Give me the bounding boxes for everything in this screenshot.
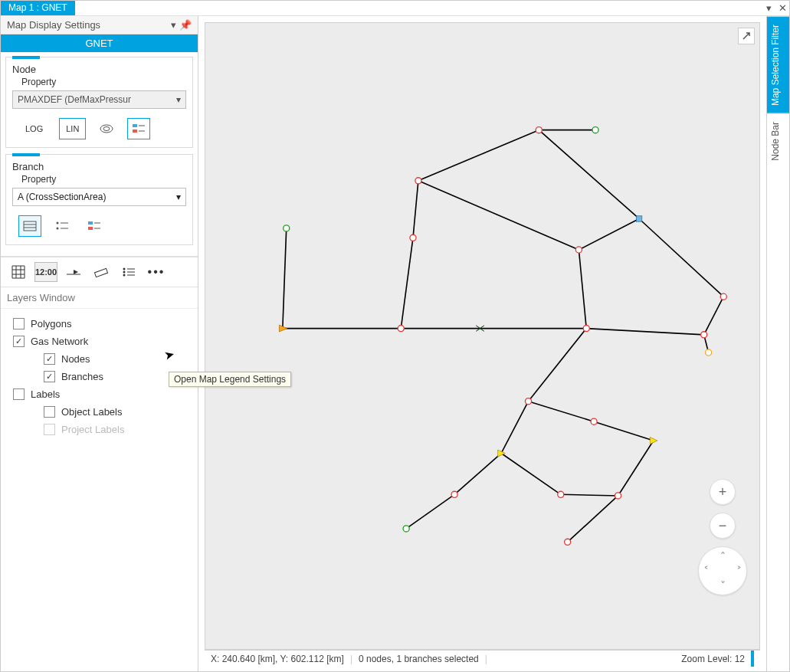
map-canvas[interactable]: + − ˄ ˅ ˂ ˃ — [205, 22, 760, 650]
tab-map-selection-filter[interactable]: Map Selection Filter — [767, 16, 789, 113]
svg-point-10 — [57, 228, 59, 230]
svg-line-27 — [418, 130, 539, 181]
svg-rect-14 — [88, 227, 93, 230]
branch-style-1-icon[interactable] — [18, 215, 41, 237]
list-icon[interactable] — [117, 262, 140, 282]
svg-point-53 — [592, 127, 598, 133]
svg-point-74 — [565, 539, 571, 545]
chevron-down-icon: ▾ — [176, 192, 181, 202]
svg-rect-3 — [133, 129, 137, 133]
more-options-icon[interactable]: ••• — [145, 262, 168, 282]
svg-point-72 — [615, 493, 621, 499]
network-name-bar[interactable]: GNET — [1, 34, 198, 52]
branch-property-select[interactable]: A (CrossSectionArea) ▾ — [12, 188, 186, 206]
zoom-in-button[interactable]: + — [710, 479, 736, 505]
layer-label: Gas Network — [31, 336, 88, 347]
layers-window: Polygons✓Gas Network✓Nodes✓BranchesLabel… — [1, 309, 198, 444]
svg-point-9 — [57, 222, 59, 225]
zoom-out-button[interactable]: − — [710, 513, 736, 539]
branch-property-value: A (CrossSectionArea) — [18, 192, 106, 202]
layer-row[interactable]: ✓Nodes — [7, 350, 192, 368]
branch-style-2-icon[interactable] — [51, 215, 74, 237]
svg-line-47 — [501, 454, 561, 495]
svg-point-52 — [536, 127, 542, 133]
checkbox[interactable] — [13, 318, 25, 329]
layer-row[interactable]: Polygons — [7, 315, 192, 333]
layers-window-header: Layers Window — [1, 287, 198, 309]
checkbox[interactable] — [44, 406, 55, 418]
network-graph — [205, 23, 759, 649]
pan-left-icon[interactable]: ˂ — [703, 565, 709, 577]
svg-point-73 — [403, 526, 409, 532]
svg-line-29 — [413, 181, 418, 238]
pan-right-icon[interactable]: ˃ — [736, 565, 742, 577]
contour-icon[interactable] — [95, 118, 118, 139]
svg-point-20 — [123, 268, 126, 270]
svg-rect-55 — [636, 216, 641, 221]
node-section: Node Property PMAXDEF (DefMaxPressur ▾ L… — [5, 57, 193, 148]
svg-line-31 — [579, 218, 639, 250]
branch-section: Branch Property A (CrossSectionArea) ▾ — [5, 154, 193, 245]
pan-control[interactable]: ˄ ˅ ˂ ˃ — [698, 546, 747, 595]
display-settings-title: Map Display Settings — [7, 19, 167, 31]
svg-line-40 — [579, 250, 586, 329]
svg-line-41 — [586, 329, 703, 335]
log-scale-button[interactable]: LOG — [18, 118, 50, 139]
node-property-select[interactable]: PMAXDEF (DefMaxPressur ▾ — [12, 90, 186, 109]
svg-line-43 — [529, 402, 595, 421]
layer-row[interactable]: Object Labels — [7, 403, 192, 421]
display-settings-header: Map Display Settings ▾ 📌 — [1, 16, 198, 34]
svg-line-28 — [539, 130, 639, 219]
map-toolbar: 12:00 ••• — [1, 257, 198, 287]
svg-point-59 — [720, 293, 726, 300]
dropdown-icon[interactable]: ▾ — [167, 19, 179, 31]
svg-line-49 — [618, 441, 654, 496]
pan-down-icon[interactable]: ˅ — [720, 579, 726, 592]
svg-point-70 — [451, 491, 457, 497]
window-title: Map 1 : GNET — [1, 1, 75, 15]
close-icon[interactable]: ✕ — [775, 2, 789, 15]
tab-node-bar[interactable]: Node Bar — [767, 113, 789, 169]
svg-line-51 — [568, 496, 618, 542]
pin-icon[interactable]: 📌 — [179, 19, 192, 31]
flow-direction-icon[interactable] — [62, 262, 85, 282]
svg-rect-13 — [88, 221, 93, 225]
svg-point-71 — [558, 491, 564, 497]
svg-rect-19 — [94, 268, 107, 277]
ruler-icon[interactable] — [90, 262, 113, 282]
lin-scale-button[interactable]: LIN — [59, 118, 86, 139]
layer-row[interactable]: Project Labels — [7, 421, 192, 438]
branch-style-3-icon[interactable] — [83, 215, 106, 237]
svg-point-56 — [284, 225, 290, 231]
chevron-down-icon: ▾ — [176, 94, 181, 105]
svg-point-57 — [410, 234, 416, 241]
svg-point-22 — [123, 274, 126, 277]
svg-line-42 — [529, 329, 587, 402]
svg-point-58 — [575, 247, 582, 253]
checkbox[interactable]: ✓ — [44, 353, 55, 365]
checkbox[interactable]: ✓ — [13, 336, 25, 347]
layer-row[interactable]: ✓Branches — [7, 368, 192, 385]
svg-point-63 — [583, 326, 589, 332]
dropdown-icon[interactable]: ▾ — [762, 2, 775, 15]
layer-label: Object Labels — [61, 406, 123, 418]
checkbox[interactable]: ✓ — [44, 371, 55, 382]
layer-row[interactable]: ✓Gas Network — [7, 333, 192, 350]
svg-marker-68 — [650, 438, 657, 444]
svg-line-46 — [454, 454, 501, 495]
grid-icon[interactable] — [7, 262, 30, 282]
layer-label: Branches — [61, 371, 103, 382]
status-selection: 0 nodes, 1 branches selected — [359, 654, 479, 664]
layer-row[interactable]: Labels — [7, 385, 192, 403]
restore-view-icon[interactable] — [738, 28, 755, 44]
checkbox[interactable] — [13, 388, 25, 400]
svg-point-64 — [701, 332, 707, 338]
svg-point-66 — [525, 398, 531, 405]
pan-up-icon[interactable]: ˄ — [720, 550, 726, 562]
time-button[interactable]: 12:00 — [34, 262, 57, 282]
legend-toggle-icon[interactable] — [127, 118, 150, 139]
layer-label: Project Labels — [61, 424, 124, 435]
svg-rect-6 — [24, 221, 36, 231]
layer-label: Labels — [31, 388, 60, 400]
svg-line-37 — [401, 238, 413, 328]
